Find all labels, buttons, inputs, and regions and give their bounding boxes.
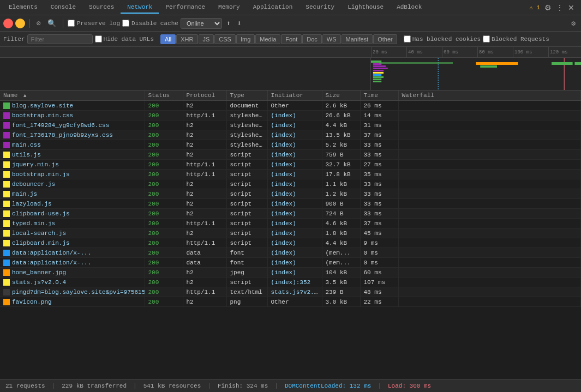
initiator-link[interactable]: (index) bbox=[271, 122, 296, 129]
resource-name-link[interactable]: font_1749284_yg9cfy8wd6.css bbox=[12, 122, 109, 129]
type-manifest-button[interactable]: Manifest bbox=[342, 34, 373, 44]
settings-icon[interactable]: ⚙ bbox=[544, 3, 552, 12]
col-header-type[interactable]: Type bbox=[226, 91, 267, 101]
type-ws-button[interactable]: WS bbox=[322, 34, 341, 44]
table-row[interactable]: debouncer.js 200 h2 script (index) 1.1 k… bbox=[0, 179, 581, 189]
resource-name-link[interactable]: debouncer.js bbox=[12, 181, 55, 188]
initiator-link[interactable]: (index) bbox=[271, 161, 296, 168]
initiator-link[interactable]: (index) bbox=[271, 240, 296, 246]
col-header-waterfall[interactable]: Waterfall bbox=[398, 91, 581, 101]
table-row[interactable]: typed.min.js 200 http/1.1 script (index)… bbox=[0, 219, 581, 228]
filter-icon[interactable]: ⊘ bbox=[34, 18, 43, 29]
table-row[interactable]: local-search.js 200 h2 script (index) 1.… bbox=[0, 228, 581, 238]
type-all-button[interactable]: All bbox=[160, 34, 176, 44]
resource-name-link[interactable]: bootstrap.min.js bbox=[12, 171, 70, 178]
blocked-requests-checkbox[interactable] bbox=[483, 35, 490, 43]
table-row[interactable]: clipboard.min.js 200 http/1.1 script (in… bbox=[0, 238, 581, 248]
table-row[interactable]: home_banner.jpg 200 h2 jpeg (index) 104 … bbox=[0, 268, 581, 278]
type-other-button[interactable]: Other bbox=[373, 34, 397, 44]
record-button[interactable] bbox=[3, 19, 13, 28]
resource-name-link[interactable]: clipboard-use.js bbox=[12, 210, 70, 217]
has-blocked-cookies-checkbox[interactable] bbox=[404, 35, 411, 43]
table-row[interactable]: favicon.png 200 h2 png Other 3.0 kB 22 m… bbox=[0, 297, 581, 307]
col-header-initiator[interactable]: Initiator bbox=[267, 91, 322, 101]
type-media-button[interactable]: Media bbox=[255, 34, 280, 44]
import-icon[interactable]: ⬆ bbox=[224, 18, 233, 29]
col-header-name[interactable]: Name ▲ bbox=[0, 91, 145, 101]
search-icon[interactable]: 🔍 bbox=[45, 18, 58, 29]
resource-name-link[interactable]: lazyload.js bbox=[12, 201, 52, 207]
table-row[interactable]: data:application/x-... 200 data font (in… bbox=[0, 248, 581, 258]
type-js-button[interactable]: JS bbox=[199, 34, 214, 44]
table-row[interactable]: data:application/x-... 200 data font (in… bbox=[0, 258, 581, 268]
table-row[interactable]: jquery.min.js 200 http/1.1 script (index… bbox=[0, 160, 581, 170]
table-row[interactable]: font_1736178_pjno9b9zyxs.css 200 h2 styl… bbox=[0, 130, 581, 140]
resource-name-link[interactable]: stats.js?v2.0.4 bbox=[12, 279, 66, 286]
resource-name-link[interactable]: local-search.js bbox=[12, 230, 66, 237]
initiator-link[interactable]: (index) bbox=[271, 269, 296, 276]
resource-name-link[interactable]: clipboard.min.js bbox=[12, 240, 70, 246]
resource-name-link[interactable]: bootstrap.min.css bbox=[12, 112, 73, 119]
initiator-link[interactable]: (index) bbox=[271, 191, 296, 197]
has-blocked-cookies-label[interactable]: Has blocked cookies bbox=[404, 35, 481, 43]
initiator-link[interactable]: (index) bbox=[271, 132, 296, 138]
type-doc-button[interactable]: Doc bbox=[302, 34, 322, 44]
tab-elements[interactable]: Elements bbox=[2, 2, 44, 14]
hide-data-urls-checkbox[interactable] bbox=[95, 35, 102, 43]
preserve-log-checkbox[interactable] bbox=[68, 20, 75, 27]
table-row[interactable]: blog.saylove.site 200 h2 document Other … bbox=[0, 101, 581, 111]
initiator-link[interactable]: (index) bbox=[271, 210, 296, 217]
resource-name-link[interactable]: data:application/x-... bbox=[12, 250, 91, 256]
tab-performance[interactable]: Performance bbox=[159, 2, 212, 14]
hide-data-urls-label[interactable]: Hide data URLs bbox=[95, 35, 154, 43]
tab-console[interactable]: Console bbox=[44, 2, 82, 14]
preserve-log-label[interactable]: Preserve log bbox=[68, 20, 120, 27]
table-row[interactable]: bootstrap.min.js 200 http/1.1 script (in… bbox=[0, 170, 581, 179]
stop-button[interactable] bbox=[15, 19, 25, 28]
resource-name-link[interactable]: pingd?dm=blog.saylove.site&pvi=9756159..… bbox=[12, 289, 145, 295]
col-header-size[interactable]: Size bbox=[322, 91, 360, 101]
initiator-link[interactable]: (index) bbox=[271, 181, 296, 188]
initiator-link[interactable]: stats.js?v2.0... bbox=[271, 289, 322, 295]
close-devtools-icon[interactable]: ✕ bbox=[568, 3, 574, 12]
tab-sources[interactable]: Sources bbox=[82, 2, 121, 14]
disable-cache-checkbox[interactable] bbox=[122, 20, 129, 27]
table-row[interactable]: clipboard-use.js 200 h2 script (index) 7… bbox=[0, 209, 581, 219]
table-row[interactable]: main.css 200 h2 stylesheet (index) 5.2 k… bbox=[0, 140, 581, 150]
initiator-link[interactable]: (index) bbox=[271, 250, 296, 256]
tab-application[interactable]: Application bbox=[247, 2, 300, 14]
resource-name-link[interactable]: favicon.png bbox=[12, 299, 52, 305]
type-img-button[interactable]: Img bbox=[236, 34, 255, 44]
type-xhr-button[interactable]: XHR bbox=[176, 34, 197, 44]
settings-gear-icon[interactable]: ⚙ bbox=[569, 18, 578, 29]
initiator-link[interactable]: (index) bbox=[271, 112, 296, 119]
table-row[interactable]: font_1749284_yg9cfy8wd6.css 200 h2 style… bbox=[0, 120, 581, 130]
initiator-link[interactable]: (index) bbox=[271, 260, 296, 266]
table-row[interactable]: pingd?dm=blog.saylove.site&pvi=9756159..… bbox=[0, 287, 581, 297]
filter-input[interactable] bbox=[27, 34, 93, 44]
table-row[interactable]: main.js 200 h2 script (index) 1.2 kB 33 … bbox=[0, 189, 581, 199]
resource-name-link[interactable]: main.js bbox=[12, 191, 37, 197]
initiator-link[interactable]: (index) bbox=[271, 220, 296, 227]
tab-memory[interactable]: Memory bbox=[212, 2, 247, 14]
resource-name-link[interactable]: data:application/x-... bbox=[12, 260, 91, 266]
col-header-protocol[interactable]: Protocol bbox=[183, 91, 226, 101]
more-options-icon[interactable]: ⋮ bbox=[556, 3, 564, 12]
resource-name-link[interactable]: font_1736178_pjno9b9zyxs.css bbox=[12, 132, 113, 138]
initiator-link[interactable]: (index) bbox=[271, 142, 296, 148]
initiator-link[interactable]: (index) bbox=[271, 201, 296, 207]
col-header-time[interactable]: Time bbox=[360, 91, 398, 101]
tab-security[interactable]: Security bbox=[299, 2, 341, 14]
tab-network[interactable]: Network bbox=[121, 2, 159, 14]
export-icon[interactable]: ⬇ bbox=[235, 18, 244, 29]
type-css-button[interactable]: CSS bbox=[214, 34, 236, 44]
resource-name-link[interactable]: jquery.min.js bbox=[12, 161, 59, 168]
network-table-container[interactable]: Name ▲ Status Protocol Type Initiator Si… bbox=[0, 91, 581, 379]
tab-adblock[interactable]: AdBlock bbox=[390, 2, 428, 14]
disable-cache-label[interactable]: Disable cache bbox=[122, 20, 178, 27]
network-throttle-select[interactable]: Online Slow 3G Fast 3G Offline bbox=[181, 18, 222, 29]
type-font-button[interactable]: Font bbox=[281, 34, 302, 44]
resource-name-link[interactable]: blog.saylove.site bbox=[12, 102, 73, 109]
table-row[interactable]: stats.js?v2.0.4 200 h2 script (index):35… bbox=[0, 278, 581, 287]
initiator-link[interactable]: (index) bbox=[271, 152, 296, 158]
